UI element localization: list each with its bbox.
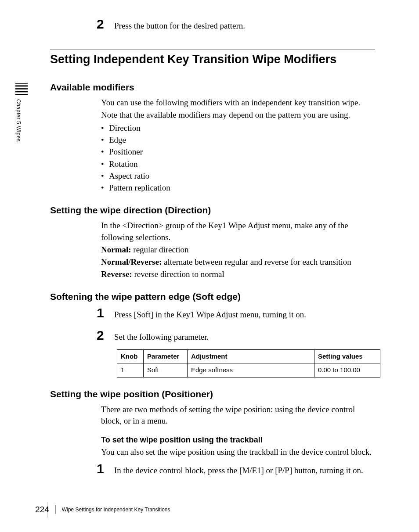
softedge-heading: Softening the wipe pattern edge (Soft ed…	[50, 291, 375, 302]
step-text: Press [Soft] in the Key1 Wipe Adjust men…	[114, 309, 375, 321]
section-rule	[50, 50, 375, 50]
step-number: 2	[97, 18, 106, 31]
modifiers-intro-2: Note that the available modifiers may de…	[101, 109, 375, 121]
softedge-step-2: 2 Set the following parameter.	[97, 329, 375, 343]
list-item: Positioner	[101, 146, 375, 158]
direction-intro: In the <Direction> group of the Key1 Wip…	[101, 220, 375, 243]
modifiers-intro-1: You can use the following modifiers with…	[101, 97, 375, 108]
step-text: Set the following parameter.	[114, 331, 375, 343]
modifiers-heading: Available modifiers	[50, 82, 375, 93]
page-container: Chapter 5 Wipes 2 Press the button for t…	[0, 0, 419, 532]
table-row: 1 Soft Edge softness 0.00 to 100.00	[117, 363, 380, 377]
top-step: 2 Press the button for the desired patte…	[97, 18, 375, 32]
footer-text: Wipe Settings for Independent Key Transi…	[62, 507, 170, 513]
softedge-table-wrap: Knob Parameter Adjustment Setting values…	[101, 349, 375, 377]
step-number: 1	[97, 306, 106, 320]
step-text: In the device control block, press the […	[114, 465, 375, 477]
direction-body: In the <Direction> group of the Key1 Wip…	[101, 220, 375, 280]
def-term: Normal/Reverse:	[101, 257, 162, 266]
def-desc: regular direction	[131, 245, 189, 254]
table-header: Parameter	[144, 349, 188, 363]
def-term: Normal:	[101, 245, 131, 254]
positioner-heading: Setting the wipe position (Positioner)	[50, 389, 375, 399]
table-header: Knob	[117, 349, 144, 363]
list-item: Direction	[101, 122, 375, 134]
table-header: Adjustment	[188, 349, 314, 363]
def-term: Reverse:	[101, 270, 132, 279]
ornament-lines	[15, 83, 28, 96]
step-text: Press the button for the desired pattern…	[114, 20, 375, 32]
side-ornament: Chapter 5 Wipes	[15, 83, 28, 142]
positioner-intro: There are two methods of setting the wip…	[101, 404, 375, 427]
positioner-body: There are two methods of setting the wip…	[101, 404, 375, 458]
def-normal: Normal: regular direction	[101, 244, 375, 255]
table-header-row: Knob Parameter Adjustment Setting values	[117, 349, 380, 363]
def-normal-reverse: Normal/Reverse: alternate between regula…	[101, 256, 375, 268]
positioner-step-1: 1 In the device control block, press the…	[97, 462, 375, 477]
direction-heading: Setting the wipe direction (Direction)	[50, 205, 375, 216]
def-desc: reverse direction to normal	[132, 270, 224, 279]
modifiers-body: You can use the following modifiers with…	[101, 97, 375, 194]
footer-divider	[55, 505, 56, 514]
page-number: 224	[35, 505, 49, 514]
list-item: Aspect ratio	[101, 170, 375, 182]
table-header: Setting values	[314, 349, 380, 363]
list-item: Pattern replication	[101, 182, 375, 194]
page-footer: 224 Wipe Settings for Independent Key Tr…	[35, 505, 170, 514]
step-number: 1	[97, 462, 106, 475]
table-cell: 0.00 to 100.00	[314, 363, 380, 377]
table-cell: Soft	[144, 363, 188, 377]
positioner-sub-intro: You can also set the wipe position using…	[101, 446, 375, 458]
table-cell: Edge softness	[188, 363, 314, 377]
section-title: Setting Independent Key Transition Wipe …	[50, 53, 375, 66]
modifiers-list: Direction Edge Positioner Rotation Aspec…	[101, 122, 375, 194]
list-item: Rotation	[101, 158, 375, 170]
positioner-sub-heading: To set the wipe position using the track…	[101, 435, 375, 446]
step-number: 2	[97, 329, 106, 342]
list-item: Edge	[101, 134, 375, 146]
parameter-table: Knob Parameter Adjustment Setting values…	[117, 349, 380, 377]
def-desc: alternate between regular and reverse fo…	[162, 257, 351, 266]
table-cell: 1	[117, 363, 144, 377]
def-reverse: Reverse: reverse direction to normal	[101, 269, 375, 280]
softedge-step-1: 1 Press [Soft] in the Key1 Wipe Adjust m…	[97, 306, 375, 321]
chapter-side-label: Chapter 5 Wipes	[15, 99, 22, 142]
